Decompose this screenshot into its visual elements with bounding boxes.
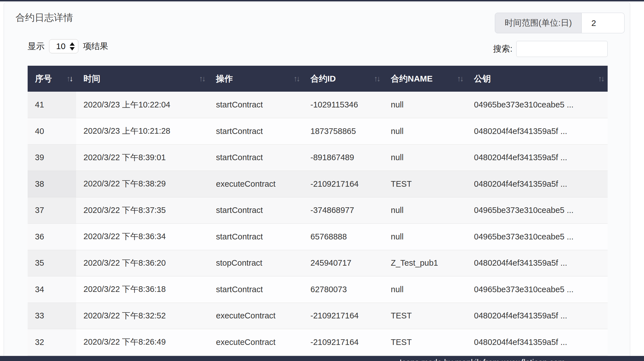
table-row: 362020/3/22 下午8:36:34startContract657688…	[28, 224, 608, 250]
cell-contract-name: TEST	[383, 171, 467, 197]
sort-arrows-icon: ↑↓	[67, 74, 72, 83]
cell-pubkey: 0480204f4ef341359a5f ...	[467, 329, 608, 356]
cell-time: 2020/3/22 下午8:32:52	[76, 303, 209, 329]
table-row: 332020/3/22 下午8:32:52executeContract-210…	[28, 303, 608, 329]
column-label: 合约ID	[310, 74, 336, 83]
cell-contract-id: -374868977	[303, 197, 383, 224]
column-header-1[interactable]: 时间↑↓	[76, 66, 209, 92]
cell-pubkey: 04965be373e310ceabe5 ...	[467, 197, 608, 224]
column-label: 公钥	[474, 74, 491, 83]
footer-bar: Icons made by monkik from www.flaticon.c…	[0, 356, 644, 361]
cell-operation: executeContract	[209, 303, 303, 329]
cell-contract-id: -891867489	[303, 144, 383, 171]
cell-time: 2020/3/22 下午8:36:34	[76, 224, 209, 250]
cell-contract-name: null	[383, 276, 467, 303]
cell-serial: 38	[28, 171, 76, 197]
cell-time: 2020/3/22 下午8:39:01	[76, 144, 209, 171]
cell-time: 2020/3/22 下午8:38:29	[76, 171, 209, 197]
cell-contract-id: -2109217164	[303, 329, 383, 356]
cell-contract-id: -2109217164	[303, 303, 383, 329]
cell-time: 2020/3/23 上午10:22:04	[76, 92, 209, 118]
cell-serial: 32	[28, 329, 76, 356]
column-label: 时间	[83, 74, 100, 83]
cell-time: 2020/3/23 上午10:21:28	[76, 118, 209, 145]
cell-operation: startContract	[209, 224, 303, 250]
time-range-group: 时间范围(单位:日)	[495, 13, 625, 33]
cell-pubkey: 0480204f4ef341359a5f ...	[467, 171, 608, 197]
cell-operation: executeContract	[209, 329, 303, 356]
sort-arrows-icon: ↑↓	[457, 74, 463, 83]
page-length-control: 显示 10 项结果	[28, 39, 108, 54]
column-label: 操作	[216, 74, 233, 83]
cell-serial: 39	[28, 144, 76, 171]
cell-pubkey: 0480204f4ef341359a5f ...	[467, 250, 608, 276]
select-spinner-icon	[70, 42, 75, 50]
sort-arrows-icon: ↑↓	[199, 74, 205, 83]
sort-arrows-icon: ↑↓	[598, 74, 604, 83]
table-row: 382020/3/22 下午8:38:29executeContract-210…	[28, 171, 608, 197]
cell-contract-id: -1029115346	[303, 92, 383, 118]
search-label: 搜索:	[493, 43, 512, 55]
length-select-value: 10	[56, 41, 70, 51]
cell-pubkey: 0480204f4ef341359a5f ...	[467, 144, 608, 171]
length-select[interactable]: 10	[49, 39, 78, 53]
cell-contract-name: null	[383, 144, 467, 171]
table-row: 392020/3/22 下午8:39:01startContract-89186…	[28, 144, 608, 171]
footer-credit: Icons made by monkik from www.flaticon.c…	[400, 358, 565, 361]
cell-contract-name: TEST	[383, 329, 467, 356]
table-row: 322020/3/22 下午8:26:49executeContract-210…	[28, 329, 608, 356]
cell-contract-id: 65768888	[303, 224, 383, 250]
cell-pubkey: 0480204f4ef341359a5f ...	[467, 118, 608, 145]
time-range-label: 时间范围(单位:日)	[495, 13, 582, 33]
column-header-3[interactable]: 合约ID↑↓	[303, 66, 383, 92]
cell-time: 2020/3/22 下午8:26:49	[76, 329, 209, 356]
top-navbar-edge	[0, 0, 644, 1]
cell-contract-id: 1873758865	[303, 118, 383, 145]
time-range-input[interactable]	[582, 13, 625, 33]
contract-log-table: 序号↑↓时间↑↓操作↑↓合约ID↑↓合约NAME↑↓公钥↑↓ 412020/3/…	[28, 66, 608, 356]
cell-contract-id: -2109217164	[303, 171, 383, 197]
cell-time: 2020/3/22 下午8:36:18	[76, 276, 209, 303]
column-header-2[interactable]: 操作↑↓	[209, 66, 303, 92]
cell-serial: 33	[28, 303, 76, 329]
cell-serial: 34	[28, 276, 76, 303]
cell-contract-name: TEST	[383, 303, 467, 329]
cell-contract-name: Z_Test_pub1	[383, 250, 467, 276]
column-label: 合约NAME	[391, 74, 433, 83]
cell-contract-id: 245940717	[303, 250, 383, 276]
cell-contract-id: 62780073	[303, 276, 383, 303]
cell-pubkey: 04965be373e310ceabe5 ...	[467, 224, 608, 250]
search-input[interactable]	[516, 41, 608, 57]
cell-operation: executeContract	[209, 171, 303, 197]
page-title: 合约日志详情	[16, 11, 73, 24]
cell-operation: startContract	[209, 197, 303, 224]
cell-serial: 36	[28, 224, 76, 250]
table-row: 402020/3/23 上午10:21:28startContract18737…	[28, 118, 608, 145]
sort-arrows-icon: ↑↓	[374, 74, 380, 83]
table-row: 352020/3/22 下午8:36:20stopContract2459407…	[28, 250, 608, 276]
cell-contract-name: null	[383, 118, 467, 145]
cell-serial: 37	[28, 197, 76, 224]
table-row: 412020/3/23 上午10:22:04startContract-1029…	[28, 92, 608, 118]
cell-operation: startContract	[209, 118, 303, 145]
table-row: 372020/3/22 下午8:37:35startContract-37486…	[28, 197, 608, 224]
cell-operation: stopContract	[209, 250, 303, 276]
column-header-0[interactable]: 序号↑↓	[28, 66, 76, 92]
cell-pubkey: 0480204f4ef341359a5f ...	[467, 303, 608, 329]
cell-contract-name: null	[383, 224, 467, 250]
cell-pubkey: 04965be373e310ceabe5 ...	[467, 276, 608, 303]
cell-contract-name: null	[383, 92, 467, 118]
search-control: 搜索:	[493, 41, 608, 57]
cell-operation: startContract	[209, 276, 303, 303]
cell-pubkey: 04965be373e310ceabe5 ...	[467, 92, 608, 118]
cell-serial: 35	[28, 250, 76, 276]
column-header-5[interactable]: 公钥↑↓	[467, 66, 608, 92]
table-row: 342020/3/22 下午8:36:18startContract627800…	[28, 276, 608, 303]
column-label: 序号	[35, 74, 52, 83]
length-prefix-label: 显示	[28, 41, 45, 52]
cell-serial: 41	[28, 92, 76, 118]
cell-operation: startContract	[209, 92, 303, 118]
cell-time: 2020/3/22 下午8:37:35	[76, 197, 209, 224]
header-row: 序号↑↓时间↑↓操作↑↓合约ID↑↓合约NAME↑↓公钥↑↓	[28, 66, 608, 92]
column-header-4[interactable]: 合约NAME↑↓	[383, 66, 467, 92]
